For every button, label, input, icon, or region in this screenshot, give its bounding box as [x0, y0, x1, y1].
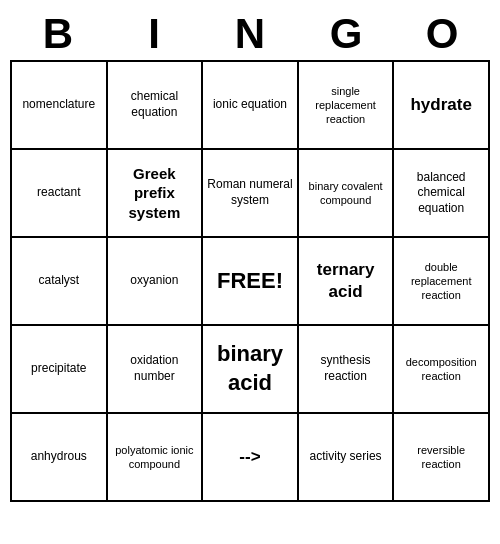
bingo-cell: FREE!	[203, 238, 299, 326]
header-letter: B	[10, 8, 106, 60]
header-letter: I	[106, 8, 202, 60]
bingo-cell: reversible reaction	[394, 414, 490, 502]
bingo-cell: nomenclature	[12, 62, 108, 150]
bingo-cell: reactant	[12, 150, 108, 238]
header-letter: G	[298, 8, 394, 60]
bingo-cell: activity series	[299, 414, 395, 502]
bingo-cell: oxidation number	[108, 326, 204, 414]
bingo-cell: polyatomic ionic compound	[108, 414, 204, 502]
bingo-cell: binary covalent compound	[299, 150, 395, 238]
bingo-cell: Roman numeral system	[203, 150, 299, 238]
bingo-cell: -->	[203, 414, 299, 502]
bingo-cell: chemical equation	[108, 62, 204, 150]
bingo-cell: Greek prefix system	[108, 150, 204, 238]
bingo-cell: synthesis reaction	[299, 326, 395, 414]
bingo-cell: binary acid	[203, 326, 299, 414]
bingo-cell: decomposition reaction	[394, 326, 490, 414]
bingo-cell: hydrate	[394, 62, 490, 150]
bingo-cell: precipitate	[12, 326, 108, 414]
bingo-grid: nomenclaturechemical equationionic equat…	[10, 60, 490, 502]
bingo-cell: balanced chemical equation	[394, 150, 490, 238]
header-letter: O	[394, 8, 490, 60]
header-letter: N	[202, 8, 298, 60]
bingo-cell: anhydrous	[12, 414, 108, 502]
bingo-cell: catalyst	[12, 238, 108, 326]
bingo-card: BINGO nomenclaturechemical equationionic…	[10, 8, 490, 502]
bingo-cell: ternary acid	[299, 238, 395, 326]
bingo-cell: single replacement reaction	[299, 62, 395, 150]
bingo-cell: oxyanion	[108, 238, 204, 326]
bingo-cell: ionic equation	[203, 62, 299, 150]
bingo-cell: double replacement reaction	[394, 238, 490, 326]
bingo-header: BINGO	[10, 8, 490, 60]
